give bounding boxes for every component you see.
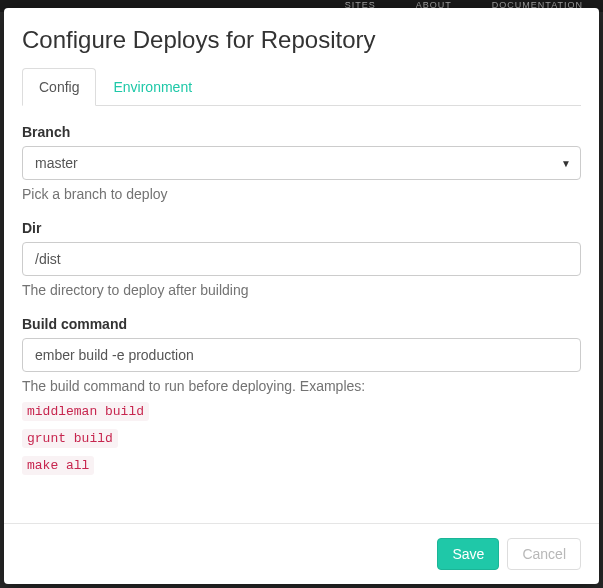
build-examples: middleman build grunt build make all [22, 398, 581, 475]
dir-group: Dir The directory to deploy after buildi… [22, 220, 581, 298]
dir-label: Dir [22, 220, 581, 236]
example-make: make all [22, 456, 94, 475]
branch-select[interactable]: master [22, 146, 581, 180]
configure-deploys-modal: Configure Deploys for Repository Config … [4, 8, 599, 584]
tab-config[interactable]: Config [22, 68, 96, 106]
modal-header: Configure Deploys for Repository [4, 8, 599, 68]
build-label: Build command [22, 316, 581, 332]
cancel-button[interactable]: Cancel [507, 538, 581, 570]
build-input[interactable] [22, 338, 581, 372]
tab-environment[interactable]: Environment [96, 68, 209, 106]
save-button[interactable]: Save [437, 538, 499, 570]
modal-title: Configure Deploys for Repository [22, 26, 581, 54]
branch-group: Branch master ▼ Pick a branch to deploy [22, 124, 581, 202]
dir-help: The directory to deploy after building [22, 282, 581, 298]
modal-body: Config Environment Branch master ▼ Pick … [4, 68, 599, 523]
example-middleman: middleman build [22, 402, 149, 421]
build-help: The build command to run before deployin… [22, 378, 581, 394]
branch-help: Pick a branch to deploy [22, 186, 581, 202]
example-grunt: grunt build [22, 429, 118, 448]
dir-input[interactable] [22, 242, 581, 276]
modal-footer: Save Cancel [4, 523, 599, 584]
build-group: Build command The build command to run b… [22, 316, 581, 475]
tabs: Config Environment [22, 68, 581, 106]
branch-select-wrapper: master ▼ [22, 146, 581, 180]
branch-label: Branch [22, 124, 581, 140]
